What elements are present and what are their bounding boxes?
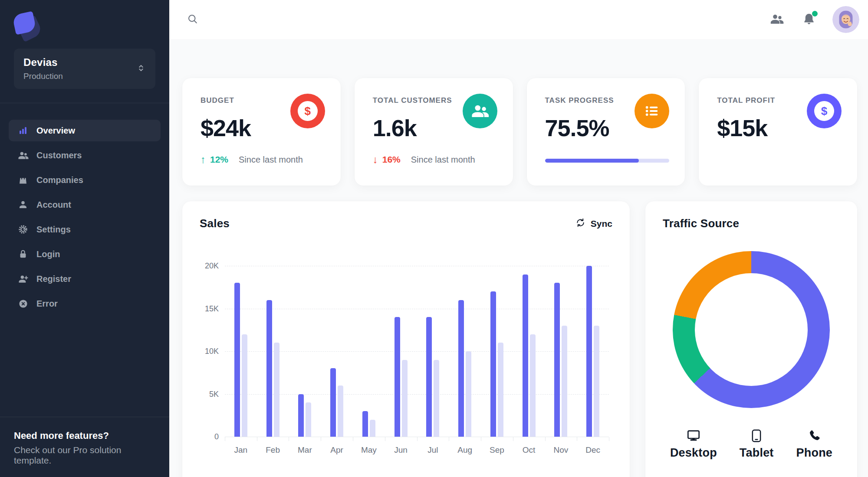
- sidebar-item-companies[interactable]: Companies: [9, 169, 161, 191]
- sidebar-nav: Overview Customers Companies Account Set…: [0, 103, 169, 417]
- traffic-source-card: Traffic Source Desktop: [645, 201, 857, 477]
- trend-caption: Since last month: [411, 155, 475, 165]
- sidebar-item-overview[interactable]: Overview: [9, 120, 161, 141]
- footer-title: Need more features?: [0, 430, 169, 441]
- x-tick: [481, 437, 481, 441]
- x-tick: [449, 437, 449, 441]
- workspace-environment: Production: [23, 72, 63, 81]
- sidebar-item-customers[interactable]: Customers: [9, 144, 161, 166]
- tablet-icon: [750, 428, 763, 443]
- stats-row: BUDGET $24k $ ↑ 12% Since last month TOT…: [182, 78, 857, 186]
- x-axis: [225, 437, 609, 441]
- bar-chart-plot: [225, 266, 609, 437]
- x-tick: [225, 437, 225, 441]
- users-icon: [463, 94, 497, 128]
- trend-caption: Since last month: [239, 155, 303, 165]
- charts-row: Sales Sync 20K15K10K5K0 JanFebMarAprMayJ…: [182, 201, 857, 477]
- workspace-name: Devias: [23, 56, 63, 69]
- bar-last-year: [306, 402, 311, 437]
- bar-group-oct: [513, 266, 545, 437]
- dollar-glyph: $: [814, 101, 834, 121]
- users-icon: [770, 12, 784, 27]
- x-tick: [577, 437, 577, 441]
- x-tick: [513, 437, 513, 441]
- device-tablet: Tablet: [740, 428, 774, 460]
- x-tick-label: Nov: [545, 445, 577, 455]
- phone-icon: [807, 428, 821, 443]
- x-tick-label: Jan: [225, 445, 257, 455]
- bar-last-year: [274, 343, 279, 437]
- bar-group-jan: [225, 266, 257, 437]
- x-tick-label: Feb: [257, 445, 289, 455]
- trend-up-icon: ↑: [201, 154, 206, 166]
- search-button[interactable]: [185, 11, 201, 28]
- sidebar-item-settings[interactable]: Settings: [9, 219, 161, 240]
- list-icon: [635, 94, 669, 128]
- bar-this-year: [426, 317, 432, 437]
- x-tick-label: May: [353, 445, 385, 455]
- x-tick-label: Mar: [289, 445, 321, 455]
- task-progress-card: TASK PROGRESS 75.5%: [527, 78, 685, 186]
- traffic-donut-chart: [673, 251, 830, 408]
- sidebar-item-account[interactable]: Account: [9, 194, 161, 216]
- contacts-button[interactable]: [768, 10, 786, 29]
- trend-value: 12%: [210, 154, 228, 165]
- devices-legend: Desktop Tablet Phone: [663, 428, 840, 460]
- bar-chart-months: JanFebMarAprMayJunJulAugSepOctNovDec: [225, 445, 609, 455]
- x-tick-label: Sep: [481, 445, 513, 455]
- notifications-button[interactable]: [800, 10, 818, 29]
- sidebar-item-label: Error: [36, 299, 58, 309]
- x-tick-label: Jul: [417, 445, 449, 455]
- topbar: [169, 0, 868, 39]
- bar-last-year: [530, 334, 536, 437]
- traffic-title: Traffic Source: [663, 217, 739, 230]
- bar-group-jul: [417, 266, 449, 437]
- sidebar-item-label: Login: [36, 249, 60, 259]
- sales-card: Sales Sync 20K15K10K5K0 JanFebMarAprMayJ…: [182, 201, 630, 477]
- sidebar-divider-bottom: [0, 417, 169, 417]
- bar-last-year: [242, 334, 247, 437]
- progress-bar-fill: [545, 159, 639, 163]
- bar-last-year: [498, 343, 503, 437]
- topbar-actions: [768, 6, 859, 33]
- sidebar-item-register[interactable]: Register: [9, 268, 161, 290]
- bar-last-year: [370, 420, 375, 437]
- x-tick-label: Aug: [449, 445, 481, 455]
- y-tick-label: 20K: [200, 261, 219, 271]
- devias-logo-icon[interactable]: [14, 13, 40, 39]
- search-icon: [187, 13, 199, 26]
- bar-last-year: [466, 351, 471, 437]
- x-tick: [417, 437, 418, 441]
- bar-this-year: [490, 291, 496, 437]
- y-tick-label: 5K: [200, 389, 219, 399]
- x-circle-icon: [17, 298, 29, 309]
- bar-chart-icon: [17, 125, 29, 136]
- sidebar: Devias Production Overview Customers Com…: [0, 0, 169, 477]
- bar-group-dec: [577, 266, 609, 437]
- sidebar-item-login[interactable]: Login: [9, 243, 161, 265]
- workspace-selector[interactable]: Devias Production: [14, 49, 155, 89]
- bar-last-year: [562, 326, 567, 437]
- sync-button[interactable]: Sync: [575, 218, 612, 230]
- dollar-glyph: $: [298, 101, 318, 121]
- bar-group-sep: [481, 266, 513, 437]
- bar-group-jun: [385, 266, 417, 437]
- user-plus-icon: [17, 273, 29, 284]
- bar-this-year: [554, 283, 560, 437]
- avatar[interactable]: [832, 6, 859, 33]
- bar-last-year: [594, 326, 599, 437]
- bar-this-year: [266, 300, 272, 437]
- donut-hole: [695, 273, 808, 386]
- x-tick-label: Oct: [513, 445, 545, 455]
- sidebar-item-label: Account: [36, 200, 71, 210]
- bar-this-year: [330, 368, 336, 437]
- x-tick-label: Dec: [577, 445, 609, 455]
- page-content: BUDGET $24k $ ↑ 12% Since last month TOT…: [169, 39, 868, 477]
- bar-this-year: [298, 394, 304, 437]
- bar-last-year: [402, 360, 408, 437]
- sales-card-header: Sales Sync: [200, 217, 612, 230]
- device-label: Desktop: [670, 446, 717, 460]
- desktop-icon: [686, 428, 701, 443]
- sidebar-item-error[interactable]: Error: [9, 293, 161, 314]
- sidebar-item-label: Overview: [36, 126, 75, 136]
